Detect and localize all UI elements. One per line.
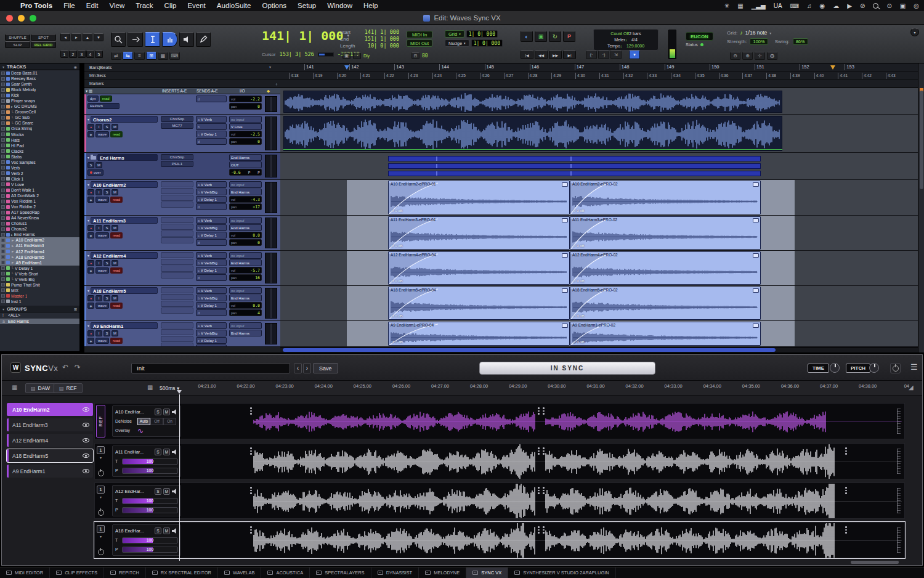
lane-collapse-arrow[interactable]: ▾ <box>100 534 102 539</box>
lane-solo-button[interactable]: S <box>155 488 161 495</box>
send-slot[interactable]: cV Delay 1 <box>196 131 227 137</box>
plugin-power-button[interactable] <box>890 363 901 373</box>
sync-anchor-handle[interactable] <box>543 526 545 534</box>
plugin-menu-icon[interactable]: ☰ <box>910 362 918 372</box>
hscroll-thumb[interactable] <box>283 348 776 352</box>
mute-button[interactable]: M <box>111 295 118 301</box>
send-slot[interactable]: aV Verb <box>196 252 227 259</box>
record-enable-button[interactable]: ● <box>87 189 94 195</box>
edit-horizontal-scrollbar[interactable] <box>280 347 918 352</box>
clip-gain-label[interactable]: 0 dB <box>573 209 584 213</box>
taskbar-tab-synthesizer-v-studio-2araplugin[interactable]: SYNTHESIZER V STUDIO 2ARAPLUGIN <box>508 568 616 578</box>
io-output-selector[interactable]: End Harms <box>229 259 262 266</box>
playhead-follow-icon[interactable]: ▾ <box>629 51 640 59</box>
menu-pro-tools[interactable]: Pro Tools <box>15 2 58 9</box>
track-color-chip[interactable] <box>6 127 10 131</box>
track-list-item[interactable]: Deep Bass.01 <box>0 70 79 76</box>
solo-button[interactable]: S <box>103 260 110 266</box>
spotlight-search-icon[interactable] <box>873 3 878 9</box>
track-list-item[interactable]: Hats <box>0 137 79 143</box>
solo-button[interactable]: S <box>103 189 110 195</box>
track-list-item[interactable]: ►A10 EndHarm2 <box>0 237 79 243</box>
toolbar-collapse-icon[interactable]: ▾ <box>910 28 919 36</box>
keyboard-focus-icon[interactable]: ⌨ <box>169 52 180 60</box>
track-list-item[interactable]: Finger snaps <box>0 98 79 104</box>
freeze-button[interactable]: ∗ <box>87 267 94 274</box>
ref-lane[interactable]: REFA10 EndHar...SMDeNoiseAutoOffOnOverla… <box>94 403 905 439</box>
track-header-a9-endharm1[interactable]: ▾A9 EndHarm1●ISM∗wavereadaV VerbbV VerbB… <box>84 321 280 347</box>
track-list-item[interactable]: Chorus2 <box>0 226 79 232</box>
camera-icon[interactable]: ◉ <box>820 2 825 9</box>
track-color-chip[interactable] <box>6 222 10 226</box>
loop-playback-icon[interactable]: ▣ <box>535 31 547 42</box>
menu-file[interactable]: File <box>58 2 81 9</box>
track-name-label[interactable]: Inst 1 <box>11 299 22 304</box>
tracks-panel-options-icon[interactable]: ◉ <box>74 65 77 69</box>
track-collapse-arrow[interactable]: ▾ <box>87 253 89 258</box>
track-header-a12-endharm4[interactable]: ▾A12 EndHarm4●ISM∗wavereadaV VerbbV Verb… <box>84 251 280 286</box>
track-name-label[interactable]: Chorus2 <box>11 227 27 231</box>
track-name-label[interactable]: A10 EndHarm2 <box>15 238 44 242</box>
visibility-eye-icon[interactable] <box>83 438 89 442</box>
sync-anchor-handle[interactable] <box>250 407 252 415</box>
track-color-chip[interactable] <box>6 272 10 275</box>
nudge-value-button[interactable]: Nudge▾ <box>445 39 469 47</box>
io-input-selector[interactable]: no input <box>229 217 262 224</box>
track-list-item[interactable]: Voc Samples <box>0 160 79 165</box>
track-name-label[interactable]: Wocka <box>11 132 24 137</box>
audio-clip[interactable]: A9 EndHarm1-ePRO-040 dB <box>388 322 570 346</box>
freeze-button[interactable]: ∗ <box>87 131 94 137</box>
automation-mode-button[interactable]: read <box>100 96 112 102</box>
record-enable-button[interactable]: ● <box>87 225 94 231</box>
insert-slot-empty[interactable] <box>161 322 193 328</box>
track-color-chip[interactable] <box>6 288 10 292</box>
taskbar-tab-spectralayers[interactable]: SPECTRALAYERS <box>310 568 371 578</box>
io-input-selector[interactable]: no input <box>229 252 262 259</box>
link-timeline-edit-icon[interactable]: ⇄ <box>111 52 121 60</box>
lane-monitor-speaker-icon[interactable] <box>172 409 178 415</box>
daw-lane-a18-endhar-[interactable]: 1▾A18 EndHar...SMT100P100 <box>94 522 905 558</box>
menu-setup[interactable]: Setup <box>292 2 322 9</box>
track-name-label[interactable]: Pump That Shit <box>11 283 40 287</box>
mute-button[interactable]: M <box>111 225 118 231</box>
track-name-label[interactable]: Stabs <box>11 155 22 159</box>
automation-mode-button[interactable]: read <box>110 197 123 203</box>
track-color-chip[interactable] <box>6 227 10 231</box>
plugin-track-item[interactable]: A9 EndHarm1 <box>7 465 93 478</box>
redo-icon[interactable]: ↷ <box>75 363 81 372</box>
track-collapse-arrow[interactable]: ▾ <box>87 218 89 222</box>
track-color-chip[interactable] <box>6 233 10 237</box>
track-color-chip[interactable] <box>6 160 10 164</box>
plugin-track-item[interactable]: A10 EndHarm2 <box>7 403 93 416</box>
track-color-chip[interactable] <box>6 110 10 114</box>
pan-display[interactable]: pan0 <box>229 239 262 246</box>
lane-zoom-slider[interactable] <box>897 488 901 513</box>
record-enable-button[interactable]: ● <box>87 260 94 266</box>
track-list-item[interactable]: ►A9 EndHarm1 <box>0 260 79 266</box>
track-list-item[interactable]: ▸End Harms <box>0 232 79 237</box>
stats-icon[interactable]: ▁▃▅ <box>752 2 766 9</box>
insert-slot[interactable]: ChnlStrp <box>161 154 193 160</box>
trim-tool-button[interactable] <box>128 32 143 47</box>
track-name-label[interactable]: Reecey Bass <box>11 76 36 81</box>
track-list-item[interactable]: Chorus1 <box>0 221 79 226</box>
track-name-label[interactable]: A4 NeverKnew <box>11 216 39 220</box>
lane-monitor-speaker-icon[interactable] <box>172 528 178 534</box>
sync-anchor-handle[interactable] <box>250 447 252 455</box>
track-list-item[interactable]: A4 NeverKnew <box>0 215 79 221</box>
send-slot[interactable]: cV Delay 1 <box>196 337 227 344</box>
folder-clip-bar[interactable] <box>388 163 761 169</box>
track-color-chip[interactable] <box>6 121 10 125</box>
edit-lane-4[interactable]: A11 EndHarm3-ePRO-040 dBA11 EndHarm3-ePR… <box>280 216 918 251</box>
meter-value[interactable]: 4/4 <box>631 38 638 42</box>
record-enable-button[interactable]: ● <box>87 124 94 130</box>
track-color-chip[interactable] <box>6 99 10 103</box>
track-name-label[interactable]: A3 DontWalk 2 <box>11 193 39 198</box>
edit-lane-0[interactable] <box>280 88 918 115</box>
track-name-box[interactable]: A10 EndHarm2 <box>91 181 158 188</box>
track-view-selector[interactable]: wave <box>95 303 109 309</box>
insertion-follows-icon[interactable]: ≡ <box>134 52 145 60</box>
track-list-item[interactable]: └GC Snare <box>0 120 79 126</box>
delay-comp-icon[interactable]: ◔ <box>353 52 361 59</box>
track-color-chip[interactable] <box>6 88 10 92</box>
